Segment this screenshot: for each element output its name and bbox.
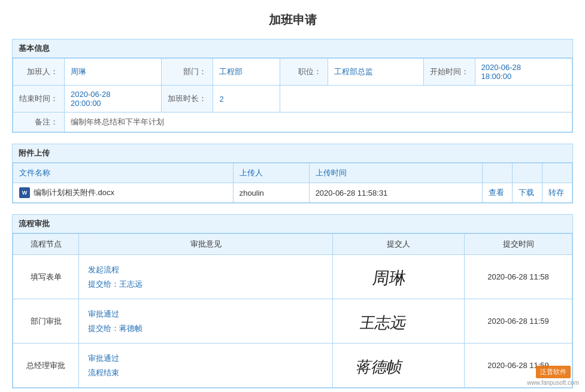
opinion-line: 提交给：王志远 bbox=[88, 277, 323, 291]
attach-transfer-btn[interactable]: 转存 bbox=[542, 183, 572, 203]
opinion-line: 审批通过 bbox=[88, 351, 323, 365]
label-dept: 部门： bbox=[162, 59, 213, 86]
workflow-section: 流程审批 流程节点 审批意见 提交人 提交时间 填写表单发起流程提交给：王志远 … bbox=[12, 214, 573, 388]
label-position: 职位： bbox=[280, 59, 328, 86]
value-dept: 工程部 bbox=[213, 59, 280, 86]
attachment-table: 文件名称 上传人 上传时间 W 编制计划相关附件.docx zhoulin 20… bbox=[13, 163, 572, 203]
attach-file-row: W 编制计划相关附件.docx zhoulin 2020-06-28 11:58… bbox=[13, 183, 572, 203]
label-end-time: 结束时间： bbox=[13, 86, 65, 113]
basic-info-table: 加班人： 周琳 部门： 工程部 职位： 工程部总监 开始时间： 2020-06-… bbox=[13, 58, 572, 132]
flow-opinion-0: 发起流程提交给：王志远 bbox=[79, 255, 333, 299]
attachment-section: 附件上传 文件名称 上传人 上传时间 W 编制计划相关附件.docx zho bbox=[12, 144, 573, 203]
flow-opinion-2: 审批通过流程结束 bbox=[79, 344, 333, 388]
attach-header-row: 文件名称 上传人 上传时间 bbox=[13, 163, 572, 183]
opinion-line: 审批通过 bbox=[88, 307, 323, 321]
basic-info-section: 基本信息 加班人： 周琳 部门： 工程部 职位： 工程部总监 开始时间： 202… bbox=[12, 39, 573, 133]
svg-text:周琳: 周琳 bbox=[371, 269, 407, 287]
flow-col-submitter: 提交人 bbox=[333, 234, 465, 255]
value-end-time: 2020-06-28 20:00:00 bbox=[65, 86, 162, 113]
flow-time-1: 2020-06-28 11:59 bbox=[465, 299, 572, 344]
opinion-line: 发起流程 bbox=[88, 263, 323, 276]
value-worker: 周琳 bbox=[65, 59, 162, 86]
attachment-header: 附件上传 bbox=[13, 144, 572, 163]
info-row-1: 加班人： 周琳 部门： 工程部 职位： 工程部总监 开始时间： 2020-06-… bbox=[13, 59, 572, 86]
label-worker: 加班人： bbox=[13, 59, 65, 86]
attach-col-uploader: 上传人 bbox=[233, 163, 309, 183]
attach-download-btn[interactable]: 下载 bbox=[513, 183, 542, 203]
watermark-url: www.fanpusoft.com bbox=[527, 379, 579, 386]
flow-node-1: 部门审批 bbox=[13, 299, 79, 344]
flow-time-0: 2020-06-28 11:58 bbox=[465, 255, 572, 299]
svg-text:蒋德帧: 蒋德帧 bbox=[357, 358, 404, 376]
attach-file-name-cell: W 编制计划相关附件.docx bbox=[13, 183, 234, 203]
flow-node-0: 填写表单 bbox=[13, 255, 79, 299]
flow-col-node: 流程节点 bbox=[13, 234, 79, 255]
workflow-header-row: 流程节点 审批意见 提交人 提交时间 bbox=[13, 234, 572, 255]
info-row-2: 结束时间： 2020-06-28 20:00:00 加班时长： 2 bbox=[13, 86, 572, 113]
watermark: 泛普软件 www.fanpusoft.com bbox=[527, 366, 579, 386]
flow-node-2: 总经理审批 bbox=[13, 344, 79, 388]
workflow-row: 部门审批审批通过提交给：蒋德帧 王志远 2020-06-28 11:59 bbox=[13, 299, 572, 344]
label-remark: 备注： bbox=[13, 113, 65, 132]
opinion-line: 提交给：蒋德帧 bbox=[88, 321, 323, 335]
flow-col-time: 提交时间 bbox=[465, 234, 572, 255]
flow-signature-2: 蒋德帧 bbox=[333, 344, 465, 388]
workflow-table: 流程节点 审批意见 提交人 提交时间 填写表单发起流程提交给：王志远 周琳 20… bbox=[13, 233, 572, 388]
attach-col-filename: 文件名称 bbox=[13, 163, 234, 183]
label-start-time: 开始时间： bbox=[423, 59, 475, 86]
opinion-line: 流程结束 bbox=[88, 366, 323, 379]
attach-col-action2 bbox=[513, 163, 542, 183]
workflow-row: 总经理审批审批通过流程结束 蒋德帧 2020-06-28 11:59 bbox=[13, 344, 572, 388]
value-remark: 编制年终总结和下半年计划 bbox=[65, 113, 572, 132]
page-title: 加班申请 bbox=[12, 12, 573, 28]
flow-signature-0: 周琳 bbox=[333, 255, 465, 299]
label-duration: 加班时长： bbox=[162, 86, 213, 113]
value-duration: 2 bbox=[213, 86, 280, 113]
svg-text:王志远: 王志远 bbox=[360, 314, 408, 332]
workflow-row: 填写表单发起流程提交给：王志远 周琳 2020-06-28 11:58 bbox=[13, 255, 572, 299]
attach-col-time: 上传时间 bbox=[309, 163, 482, 183]
attach-col-action1 bbox=[483, 163, 513, 183]
attach-view-btn[interactable]: 查看 bbox=[483, 183, 513, 203]
attach-file-name: 编制计划相关附件.docx bbox=[34, 187, 114, 198]
attach-upload-time: 2020-06-28 11:58:31 bbox=[309, 183, 482, 203]
attach-uploader: zhoulin bbox=[233, 183, 309, 203]
filler-cell bbox=[280, 86, 572, 113]
value-position: 工程部总监 bbox=[328, 59, 423, 86]
word-icon: W bbox=[19, 187, 30, 198]
value-start-time: 2020-06-28 18:00:00 bbox=[475, 59, 572, 86]
attach-col-action3 bbox=[542, 163, 572, 183]
flow-opinion-1: 审批通过提交给：蒋德帧 bbox=[79, 299, 333, 344]
basic-info-header: 基本信息 bbox=[13, 39, 572, 58]
watermark-logo: 泛普软件 bbox=[536, 366, 571, 378]
info-row-remark: 备注： 编制年终总结和下半年计划 bbox=[13, 113, 572, 132]
flow-signature-1: 王志远 bbox=[333, 299, 465, 344]
flow-col-opinion: 审批意见 bbox=[79, 234, 333, 255]
workflow-header: 流程审批 bbox=[13, 215, 572, 233]
